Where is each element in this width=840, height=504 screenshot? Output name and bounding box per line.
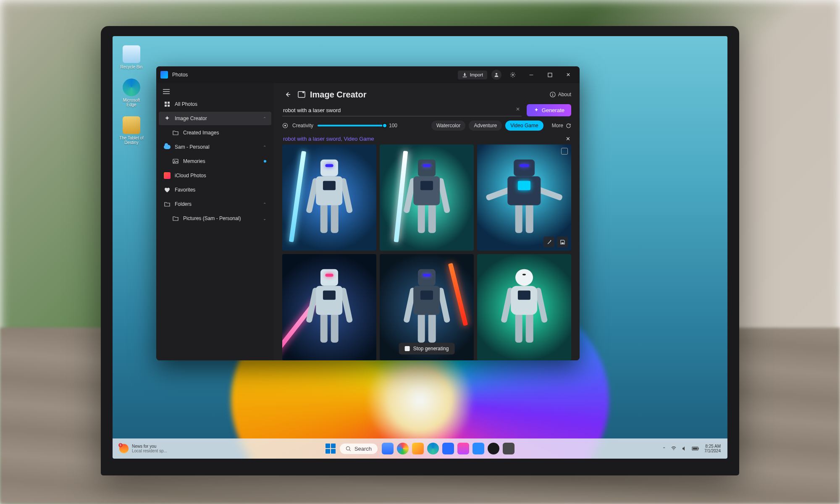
desktop-icon-app[interactable]: The Tablet of Destiny [118,116,144,145]
desktop-icon-label: The Tablet of Destiny [119,136,144,145]
sidebar-item-label: Memories [183,158,205,164]
icloud-icon [164,172,171,179]
sparkle-icon [164,115,171,122]
svg-rect-2 [548,73,552,77]
result-tile[interactable] [380,144,474,251]
taskbar-search[interactable]: Search [340,444,378,454]
sidebar-item-created-images[interactable]: Created Images [159,126,271,139]
results-panel: robot with a laser sword, Video Game ✕ [282,135,571,360]
news-icon: 1 [119,444,129,453]
taskbar-app[interactable] [457,443,469,454]
cloud-icon [164,144,171,150]
battery-icon [692,446,699,451]
sidebar-item-all-photos[interactable]: All Photos [159,97,271,111]
folder-icon [172,215,179,222]
magic-icon [546,239,552,245]
chevron-up-icon[interactable]: ⌃ [662,446,666,451]
system-tray[interactable]: ⌃ 8:25 AM 7/1/2024 [662,444,721,453]
sidebar-item-folders[interactable]: Folders ⌃ [159,197,271,211]
taskbar-apps [382,443,514,454]
prompt-input[interactable] [282,105,522,116]
sidebar-item-icloud[interactable]: iCloud Photos [159,169,271,182]
arrow-left-icon [284,91,291,98]
result-tile[interactable] [282,144,376,251]
result-tile[interactable] [477,254,571,360]
taskbar-app[interactable] [503,443,514,454]
close-results-button[interactable]: ✕ [566,136,570,142]
import-icon [462,72,467,78]
taskbar-app[interactable] [488,443,499,454]
close-button[interactable]: ✕ [561,69,575,80]
minimize-button[interactable]: ─ [524,69,538,80]
sidebar-item-onedrive[interactable]: Sam - Personal ⌃ [159,140,271,154]
taskbar-app[interactable] [382,443,394,454]
back-button[interactable] [282,89,293,100]
desktop-icon-recycle-bin[interactable]: Recycle Bin [118,45,144,69]
taskbar-app[interactable] [472,443,484,454]
style-pill-video-game[interactable]: Video Game [505,121,543,131]
taskbar-app[interactable] [412,443,424,454]
sparkle-icon [533,108,539,113]
style-pill-watercolor[interactable]: Watercolor [431,121,466,131]
more-label: More [552,123,563,129]
main-panel: Image Creator About ✕ [274,83,580,360]
hamburger-button[interactable] [159,87,271,97]
start-button[interactable] [326,444,336,454]
maximize-button[interactable] [543,69,557,80]
import-button[interactable]: Import [458,71,487,79]
update-badge [264,160,266,163]
desktop-icon-edge[interactable]: Microsoft Edge [118,79,144,107]
heart-icon [164,186,171,193]
sidebar-item-label: Folders [175,201,192,207]
about-button[interactable]: About [550,92,571,97]
svg-point-1 [512,74,514,76]
info-icon [550,92,556,97]
tile-checkbox[interactable] [561,148,568,155]
account-button[interactable] [491,70,501,80]
taskbar-app[interactable] [442,443,454,454]
svg-rect-6 [168,105,170,107]
more-styles-button[interactable]: More [552,123,571,129]
folder-icon [164,201,171,207]
sidebar-item-favorites[interactable]: Favorites [159,183,271,197]
stop-generating-button[interactable]: Stop generating [399,343,455,354]
person-icon [494,72,499,78]
svg-rect-13 [561,242,564,244]
settings-button[interactable] [506,69,520,80]
sidebar-item-memories[interactable]: Memories [159,155,271,168]
app-icon [123,116,140,134]
chevron-up-icon: ⌃ [263,116,266,121]
svg-rect-17 [698,448,699,449]
search-icon [346,446,351,452]
taskbar-app[interactable] [427,443,439,454]
square-icon [548,73,552,77]
clear-prompt-button[interactable]: ✕ [516,106,520,112]
folder-icon [172,129,179,136]
tile-edit-button[interactable] [543,236,554,247]
taskbar-widget[interactable]: 1 News for you Local resident sp... [119,444,167,453]
style-pill-adventure[interactable]: Adventure [469,121,502,131]
taskbar-app[interactable] [397,443,409,454]
tile-save-button[interactable] [557,236,568,247]
results-grid [282,144,571,360]
sidebar-item-image-creator[interactable]: Image Creator ⌃ [159,112,271,125]
photos-app-icon [160,71,168,79]
result-tile[interactable] [477,144,571,251]
search-placeholder: Search [354,446,372,452]
result-tile[interactable] [282,254,376,360]
memories-icon [172,158,179,165]
desktop-icon-label: Microsoft Edge [123,98,140,107]
about-label: About [558,92,571,97]
creativity-label: Creativity [292,123,313,129]
gear-icon [510,72,516,78]
svg-rect-4 [168,102,170,104]
svg-point-8 [174,160,175,161]
generate-button[interactable]: Generate [527,104,571,116]
grid-icon [164,101,171,108]
sidebar: All Photos Image Creator ⌃ Created Image… [156,83,274,360]
sidebar-item-pictures-folder[interactable]: Pictures (Sam - Personal) ⌄ [159,212,271,225]
laptop-screen: Recycle Bin Microsoft Edge The Tablet of… [113,36,727,459]
creativity-slider[interactable] [318,125,385,126]
desktop-icon-label: Recycle Bin [121,65,143,69]
photos-window: Photos Import ─ ✕ [156,66,580,360]
